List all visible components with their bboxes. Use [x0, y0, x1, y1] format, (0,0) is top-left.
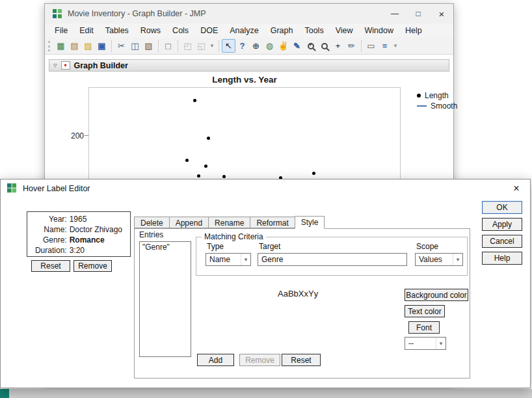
lasso-plus-tool-icon[interactable]: + — [331, 39, 345, 53]
paste-dropdown-icon[interactable]: ▾ — [208, 39, 216, 53]
help-button[interactable]: Help — [482, 252, 522, 265]
magnifier-zoom-in-icon[interactable] — [304, 39, 317, 53]
open-icon[interactable]: ▨ — [81, 39, 95, 53]
target-input[interactable] — [258, 253, 407, 266]
menu-cols[interactable]: Cols — [166, 25, 194, 36]
dialog-title: Hover Label Editor — [23, 184, 90, 193]
menu-tables[interactable]: Tables — [100, 25, 135, 36]
copy-icon[interactable]: ◫ — [128, 39, 142, 53]
entries-label: Entries — [139, 230, 163, 239]
entries-list[interactable]: "Genre" — [139, 241, 191, 357]
preview-key: Genre: — [35, 235, 67, 245]
data-point[interactable] — [204, 165, 207, 168]
data-point[interactable] — [207, 137, 210, 140]
preview-key: Duration: — [35, 245, 67, 256]
cancel-button[interactable]: Cancel — [482, 235, 522, 248]
menu-rows[interactable]: Rows — [135, 25, 166, 36]
data-point[interactable] — [222, 175, 226, 178]
minimize-icon[interactable]: — — [383, 4, 406, 23]
taskbar-strip — [0, 389, 532, 398]
menu-view[interactable]: View — [330, 25, 359, 36]
dialog-close-icon[interactable]: × — [507, 181, 526, 196]
chart-title: Length vs. Year — [88, 75, 401, 85]
lock-icon[interactable]: ◻ — [161, 39, 175, 53]
new-data-table-icon[interactable]: ▦ — [54, 39, 68, 53]
tab-strip: Delete Append Rename Reformat Style — [134, 216, 325, 229]
tab-rename[interactable]: Rename — [208, 217, 250, 228]
preview-value: Romance — [70, 235, 122, 245]
legend-item-length[interactable]: Length — [417, 90, 457, 101]
text-color-button[interactable]: Text color — [405, 305, 445, 317]
menu-help[interactable]: Help — [399, 25, 428, 36]
arrow-tool-icon[interactable]: ↖ — [222, 39, 235, 53]
magnifier-icon[interactable] — [317, 39, 331, 53]
menu-edit[interactable]: Edit — [73, 25, 100, 36]
apply-button[interactable]: Apply — [482, 218, 522, 231]
cut-icon[interactable]: ✂ — [114, 39, 128, 53]
close-icon[interactable]: × — [430, 4, 453, 23]
font-style-select[interactable]: -- ▾ — [405, 337, 446, 350]
reset-button[interactable]: Reset — [282, 354, 321, 366]
menu-doe[interactable]: DOE — [194, 25, 224, 36]
maximize-icon[interactable]: □ — [406, 4, 430, 23]
taskbar-app-icon[interactable] — [0, 389, 9, 398]
new-journal-icon[interactable]: ▤ — [68, 39, 81, 53]
background-color-button[interactable]: Background color — [405, 289, 468, 301]
add-button[interactable]: Add — [197, 354, 234, 366]
toolbar-grip[interactable] — [48, 41, 51, 51]
draw-lines-tool-icon[interactable]: ≡ — [378, 39, 392, 53]
scope-select[interactable]: Values ▾ — [415, 253, 463, 266]
toolbar-separator — [178, 40, 178, 52]
chevron-down-icon: ▾ — [436, 338, 446, 349]
ok-button[interactable]: OK — [482, 201, 522, 214]
paste-special-icon: ◱ — [194, 39, 208, 53]
hover-label-editor-icon — [7, 183, 17, 193]
preview-key: Year: — [35, 214, 67, 224]
tab-delete[interactable]: Delete — [134, 217, 169, 228]
list-item[interactable]: "Genre" — [140, 242, 191, 252]
save-icon[interactable]: ▣ — [95, 39, 109, 53]
hover-label-editor-dialog: Hover Label Editor × Year: 1965 Name: Do… — [0, 179, 531, 388]
font-button[interactable]: Font — [408, 321, 440, 334]
titlebar: Movie Inventory - Graph Builder - JMP — … — [45, 4, 453, 23]
preview-value: 1965 — [70, 214, 122, 224]
hover-label-preview[interactable]: Year: 1965 Name: Doctor Zhivago Genre: R… — [27, 211, 131, 257]
disclosure-triangle-icon[interactable]: ▿ — [53, 61, 57, 70]
tab-style[interactable]: Style — [295, 216, 325, 229]
data-point[interactable] — [185, 159, 189, 162]
crosshair-tool-icon[interactable]: ⊕ — [249, 39, 263, 53]
tab-append[interactable]: Append — [169, 217, 208, 228]
grabber-tool-icon[interactable]: ✌ — [276, 39, 290, 53]
globe-tool-icon[interactable]: ◍ — [263, 39, 276, 53]
menu-window[interactable]: Window — [359, 25, 399, 36]
toolbar-separator — [158, 40, 159, 52]
data-point[interactable] — [197, 174, 200, 178]
preview-remove-button[interactable]: Remove — [73, 260, 112, 272]
tab-reformat[interactable]: Reformat — [250, 217, 294, 228]
red-triangle-menu-icon[interactable]: ▾ — [61, 61, 70, 70]
toolbar-overflow-icon[interactable]: ▾ — [392, 39, 399, 53]
menu-graph[interactable]: Graph — [265, 25, 299, 36]
remove-button: Remove — [239, 354, 280, 366]
brush-tool-icon[interactable]: ✎ — [290, 39, 304, 53]
eraser-tool-icon[interactable]: ✏ — [345, 39, 358, 53]
chevron-down-icon: ▾ — [453, 254, 462, 265]
help-tool-icon[interactable]: ? — [235, 39, 249, 53]
paste-icon[interactable]: ▧ — [142, 39, 155, 53]
annotate-tool-icon[interactable]: ▭ — [364, 39, 378, 53]
legend-item-smooth[interactable]: Smooth — [417, 101, 457, 111]
menu-analyze[interactable]: Analyze — [224, 25, 264, 36]
graph-builder-header: ▿ ▾ Graph Builder — [49, 59, 449, 72]
y-axis-tick-label[interactable]: 200 — [67, 131, 84, 140]
font-style-select-value: -- — [408, 339, 414, 348]
type-select[interactable]: Name ▾ — [206, 253, 251, 266]
legend-label: Smooth — [431, 101, 457, 111]
data-point[interactable] — [193, 99, 196, 102]
data-point[interactable] — [312, 172, 315, 175]
menu-tools[interactable]: Tools — [299, 25, 329, 36]
target-label: Target — [259, 242, 280, 251]
point-marker-icon — [417, 94, 421, 98]
preview-reset-button[interactable]: Reset — [31, 260, 70, 272]
menu-file[interactable]: File — [49, 25, 73, 36]
toolbar-separator — [361, 40, 362, 52]
